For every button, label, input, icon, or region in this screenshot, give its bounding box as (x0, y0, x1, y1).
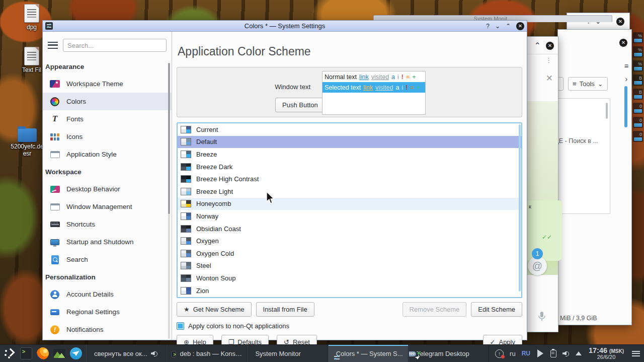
remove-scheme-button[interactable]: Remove Scheme (403, 302, 467, 317)
scheme-row-norway[interactable]: Norway (178, 210, 521, 223)
hamburger-menu-icon[interactable] (48, 42, 58, 49)
task-label: свернуть все ок... (94, 350, 147, 357)
system-settings-window: Colors * — System Settings ? ⌄ ⌃ ✕ Appea… (42, 20, 527, 340)
scheme-row-breeze[interactable]: Breeze (178, 148, 521, 161)
launcher-telegram[interactable] (68, 346, 83, 361)
scheme-list-scrollbar[interactable] (519, 124, 521, 292)
memory-status-text: MiB / 3,9 GiB (558, 315, 631, 322)
text-file-icon (24, 4, 39, 23)
sidebar-item-application-style[interactable]: Application Style (43, 146, 172, 163)
sidebar-item-colors[interactable]: Colors (43, 93, 172, 110)
menu-icon[interactable]: ≡ (624, 62, 628, 70)
sidebar-item-fonts[interactable]: TFonts (43, 110, 172, 128)
scheme-row-zion[interactable]: Zion (178, 284, 521, 297)
scheme-row-breeze-high-contrast[interactable]: Breeze High Contrast (178, 173, 521, 185)
clock[interactable]: 17:46 (MSK) 26/6/20 (589, 347, 624, 360)
color-scheme-preview: Window text Push Button Normal textlinkv… (177, 67, 522, 117)
scheme-row-current[interactable]: Current (178, 123, 521, 136)
updates-tray-icon[interactable]: ↑ (495, 349, 504, 358)
get-new-scheme-button[interactable]: ★ Get New Scheme (177, 302, 252, 317)
launcher-system-monitor[interactable] (52, 346, 66, 361)
launcher-firefox[interactable] (35, 346, 50, 361)
preview-visited-link: visited (371, 74, 389, 81)
clock-date: 26/6/20 (589, 354, 624, 360)
apply-colors-checkbox[interactable] (177, 322, 184, 330)
maximize-button[interactable]: ⌃ (506, 22, 511, 30)
scheme-name: Oxygen Cold (196, 250, 234, 257)
sidebar-item-desktop-behavior[interactable]: Desktop Behavior (43, 180, 172, 198)
sidebar-item-label: Shortcuts (66, 221, 95, 228)
forward-icon[interactable]: › (624, 75, 628, 83)
widget-bar (634, 67, 642, 70)
widget-label: 0 (639, 118, 642, 123)
kebab-menu-icon[interactable]: ⋮ (524, 54, 558, 62)
sidebar-scrollbar-thumb[interactable] (168, 63, 170, 214)
sidebar-item-startup-and-shutdown[interactable]: Startup and Shutdown (43, 233, 172, 251)
install-from-file-button[interactable]: Install from File (256, 302, 314, 317)
task-label: deb : bash — Konsole (180, 350, 243, 357)
volume-tray-icon[interactable] (562, 350, 570, 356)
tray-expander-icon[interactable] (576, 351, 582, 355)
taskbar-task-konsole[interactable]: >deb : bash — Konsole (167, 345, 247, 362)
scheme-row-breeze-dark[interactable]: Breeze Dark (178, 161, 521, 173)
scheme-preview-icon (181, 237, 191, 245)
taskbar-task-firefox[interactable]: свернуть все ок... (86, 345, 167, 362)
shade-button[interactable]: ⌄ (495, 22, 500, 30)
monitor-widget: 0 (633, 117, 643, 128)
browser-scrollbar[interactable] (624, 86, 627, 127)
sidebar-item-shortcuts[interactable]: Shortcuts (43, 215, 172, 233)
scheme-row-honeycomb[interactable]: Honeycomb (178, 198, 521, 210)
monitor-widget: % (633, 46, 643, 57)
scheme-row-default[interactable]: Default (178, 136, 521, 149)
scheme-row-oxygen-cold[interactable]: Oxygen Cold (178, 247, 521, 260)
sidebar-item-icons[interactable]: Icons (43, 128, 172, 146)
sidebar-item-window-management[interactable]: Window Management (43, 198, 172, 215)
scheme-row-wonton-soup[interactable]: Wonton Soup (178, 272, 521, 284)
sidebar-item-search[interactable]: Search (43, 251, 172, 268)
scheme-row-oxygen[interactable]: Oxygen (178, 235, 521, 247)
search-input[interactable] (63, 39, 167, 52)
preview-mark: = (406, 74, 410, 81)
scheme-name: Norway (196, 212, 218, 220)
scheme-row-steel[interactable]: Steel (178, 260, 521, 272)
network-tray-icon[interactable] (537, 349, 543, 357)
close-button[interactable]: ✕ (616, 18, 624, 26)
launcher-konsole[interactable]: > (19, 346, 33, 361)
panel-menu-icon[interactable] (632, 351, 640, 356)
close-button[interactable]: ✕ (546, 42, 554, 50)
sidebar-item-workspace-theme[interactable]: Workspace Theme (43, 75, 172, 93)
scheme-row-breeze-light[interactable]: Breeze Light (178, 185, 521, 198)
maximize-button[interactable]: ⌃ (534, 42, 541, 50)
scheme-preview-icon (181, 212, 191, 220)
taskbar-task-system-monitor[interactable]: System Monitor (247, 345, 328, 362)
push-button-preview[interactable]: Push Button (275, 98, 325, 112)
widget-bar (634, 39, 642, 42)
keyboard-layout-indicator[interactable]: ru (510, 350, 516, 357)
scheme-row-obsidian-coast[interactable]: Obsidian Coast (178, 223, 521, 235)
close-button[interactable]: ✕ (619, 39, 627, 47)
sidebar-item-account-details[interactable]: Account Details (43, 285, 172, 303)
help-button[interactable]: ? (486, 22, 490, 30)
panel-scrollbar[interactable] (606, 103, 608, 119)
language-flag-indicator[interactable]: RU (522, 350, 530, 357)
taskbar-task-telegram[interactable]: 6 999Telegram Desktop (409, 345, 489, 362)
launcher-kde-menu[interactable] (2, 346, 17, 361)
tools-button[interactable]: ≡ Tools ⌄ (568, 77, 608, 91)
scheme-name: Obsidian Coast (196, 225, 241, 233)
sidebar-item-notifications[interactable]: !Notifications (43, 321, 172, 338)
sidebar: AppearanceWorkspace ThemeColorsTFontsIco… (43, 32, 172, 340)
sidebar-item-regional-settings[interactable]: Regional Settings (43, 303, 172, 321)
clear-icon[interactable]: ✕ (524, 62, 558, 84)
close-button[interactable]: ✕ (516, 22, 524, 30)
scheme-row[interactable] (178, 297, 521, 298)
background-window-browser: ✕ ⌄ ≡ Tools ⌄ КДЕ - Поиск в ... ≡ › MiB … (557, 29, 632, 325)
microphone-icon[interactable] (538, 311, 546, 324)
taskbar-task-system-settings[interactable]: Colors * — System S... (328, 345, 409, 362)
clipboard-tray-icon[interactable] (550, 350, 556, 357)
edit-scheme-button[interactable]: Edit Scheme (471, 302, 522, 317)
titlebar[interactable]: Colors * — System Settings ? ⌄ ⌃ ✕ (43, 21, 527, 32)
startup-shutdown-icon (50, 237, 60, 247)
desktop-icon-folder[interactable]: 5200yefc.de esr (9, 128, 45, 158)
scheme-name: Steel (196, 262, 211, 269)
desktop-screen: dpg Text Fil 5200yefc.de esr %%%BB000 ? … (0, 0, 644, 362)
